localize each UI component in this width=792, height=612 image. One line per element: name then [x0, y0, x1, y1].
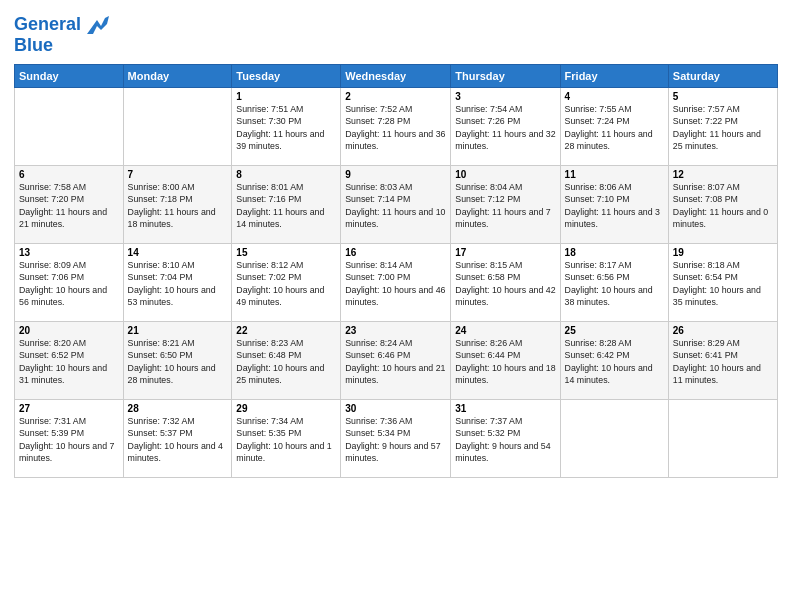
- day-info: Sunrise: 8:23 AMSunset: 6:48 PMDaylight:…: [236, 337, 336, 386]
- day-cell: 19Sunrise: 8:18 AMSunset: 6:54 PMDayligh…: [668, 244, 777, 322]
- day-info: Sunrise: 7:57 AMSunset: 7:22 PMDaylight:…: [673, 103, 773, 152]
- day-cell: 30Sunrise: 7:36 AMSunset: 5:34 PMDayligh…: [341, 400, 451, 478]
- day-number: 12: [673, 169, 773, 180]
- day-info: Sunrise: 8:06 AMSunset: 7:10 PMDaylight:…: [565, 181, 664, 230]
- day-cell: 28Sunrise: 7:32 AMSunset: 5:37 PMDayligh…: [123, 400, 232, 478]
- header: General Blue: [14, 10, 778, 56]
- day-cell: 16Sunrise: 8:14 AMSunset: 7:00 PMDayligh…: [341, 244, 451, 322]
- day-cell: 26Sunrise: 8:29 AMSunset: 6:41 PMDayligh…: [668, 322, 777, 400]
- weekday-saturday: Saturday: [668, 65, 777, 88]
- day-number: 26: [673, 325, 773, 336]
- day-number: 18: [565, 247, 664, 258]
- day-number: 5: [673, 91, 773, 102]
- day-info: Sunrise: 7:52 AMSunset: 7:28 PMDaylight:…: [345, 103, 446, 152]
- day-info: Sunrise: 7:31 AMSunset: 5:39 PMDaylight:…: [19, 415, 119, 464]
- day-cell: 13Sunrise: 8:09 AMSunset: 7:06 PMDayligh…: [15, 244, 124, 322]
- day-number: 10: [455, 169, 555, 180]
- day-info: Sunrise: 8:29 AMSunset: 6:41 PMDaylight:…: [673, 337, 773, 386]
- day-number: 31: [455, 403, 555, 414]
- day-number: 11: [565, 169, 664, 180]
- day-info: Sunrise: 8:09 AMSunset: 7:06 PMDaylight:…: [19, 259, 119, 308]
- day-info: Sunrise: 8:01 AMSunset: 7:16 PMDaylight:…: [236, 181, 336, 230]
- day-cell: 24Sunrise: 8:26 AMSunset: 6:44 PMDayligh…: [451, 322, 560, 400]
- day-cell: 21Sunrise: 8:21 AMSunset: 6:50 PMDayligh…: [123, 322, 232, 400]
- day-number: 27: [19, 403, 119, 414]
- day-cell: 4Sunrise: 7:55 AMSunset: 7:24 PMDaylight…: [560, 88, 668, 166]
- week-row-2: 13Sunrise: 8:09 AMSunset: 7:06 PMDayligh…: [15, 244, 778, 322]
- day-info: Sunrise: 8:26 AMSunset: 6:44 PMDaylight:…: [455, 337, 555, 386]
- day-number: 13: [19, 247, 119, 258]
- logo-text: General: [14, 14, 109, 36]
- day-cell: [15, 88, 124, 166]
- logo: General Blue: [14, 14, 109, 56]
- day-cell: 25Sunrise: 8:28 AMSunset: 6:42 PMDayligh…: [560, 322, 668, 400]
- day-number: 21: [128, 325, 228, 336]
- page: General Blue SundayMondayTuesdayWednesda…: [0, 0, 792, 612]
- week-row-1: 6Sunrise: 7:58 AMSunset: 7:20 PMDaylight…: [15, 166, 778, 244]
- day-cell: 31Sunrise: 7:37 AMSunset: 5:32 PMDayligh…: [451, 400, 560, 478]
- day-number: 15: [236, 247, 336, 258]
- day-cell: 12Sunrise: 8:07 AMSunset: 7:08 PMDayligh…: [668, 166, 777, 244]
- day-number: 29: [236, 403, 336, 414]
- weekday-wednesday: Wednesday: [341, 65, 451, 88]
- day-cell: 5Sunrise: 7:57 AMSunset: 7:22 PMDaylight…: [668, 88, 777, 166]
- day-number: 9: [345, 169, 446, 180]
- day-cell: 7Sunrise: 8:00 AMSunset: 7:18 PMDaylight…: [123, 166, 232, 244]
- day-cell: 23Sunrise: 8:24 AMSunset: 6:46 PMDayligh…: [341, 322, 451, 400]
- day-cell: 10Sunrise: 8:04 AMSunset: 7:12 PMDayligh…: [451, 166, 560, 244]
- day-info: Sunrise: 8:21 AMSunset: 6:50 PMDaylight:…: [128, 337, 228, 386]
- day-cell: 20Sunrise: 8:20 AMSunset: 6:52 PMDayligh…: [15, 322, 124, 400]
- day-number: 20: [19, 325, 119, 336]
- day-cell: 11Sunrise: 8:06 AMSunset: 7:10 PMDayligh…: [560, 166, 668, 244]
- day-number: 24: [455, 325, 555, 336]
- day-number: 8: [236, 169, 336, 180]
- day-info: Sunrise: 7:55 AMSunset: 7:24 PMDaylight:…: [565, 103, 664, 152]
- day-cell: 8Sunrise: 8:01 AMSunset: 7:16 PMDaylight…: [232, 166, 341, 244]
- day-number: 6: [19, 169, 119, 180]
- week-row-4: 27Sunrise: 7:31 AMSunset: 5:39 PMDayligh…: [15, 400, 778, 478]
- day-number: 17: [455, 247, 555, 258]
- weekday-friday: Friday: [560, 65, 668, 88]
- day-cell: 9Sunrise: 8:03 AMSunset: 7:14 PMDaylight…: [341, 166, 451, 244]
- day-info: Sunrise: 8:14 AMSunset: 7:00 PMDaylight:…: [345, 259, 446, 308]
- day-cell: 2Sunrise: 7:52 AMSunset: 7:28 PMDaylight…: [341, 88, 451, 166]
- week-row-0: 1Sunrise: 7:51 AMSunset: 7:30 PMDaylight…: [15, 88, 778, 166]
- day-number: 22: [236, 325, 336, 336]
- day-cell: [668, 400, 777, 478]
- day-number: 14: [128, 247, 228, 258]
- day-info: Sunrise: 8:18 AMSunset: 6:54 PMDaylight:…: [673, 259, 773, 308]
- weekday-thursday: Thursday: [451, 65, 560, 88]
- day-info: Sunrise: 8:15 AMSunset: 6:58 PMDaylight:…: [455, 259, 555, 308]
- day-cell: 15Sunrise: 8:12 AMSunset: 7:02 PMDayligh…: [232, 244, 341, 322]
- day-info: Sunrise: 7:51 AMSunset: 7:30 PMDaylight:…: [236, 103, 336, 152]
- logo-blue: Blue: [14, 36, 109, 56]
- day-number: 7: [128, 169, 228, 180]
- weekday-header-row: SundayMondayTuesdayWednesdayThursdayFrid…: [15, 65, 778, 88]
- day-info: Sunrise: 7:54 AMSunset: 7:26 PMDaylight:…: [455, 103, 555, 152]
- day-cell: 3Sunrise: 7:54 AMSunset: 7:26 PMDaylight…: [451, 88, 560, 166]
- day-number: 3: [455, 91, 555, 102]
- day-info: Sunrise: 7:32 AMSunset: 5:37 PMDaylight:…: [128, 415, 228, 464]
- day-info: Sunrise: 8:20 AMSunset: 6:52 PMDaylight:…: [19, 337, 119, 386]
- day-cell: 17Sunrise: 8:15 AMSunset: 6:58 PMDayligh…: [451, 244, 560, 322]
- day-number: 1: [236, 91, 336, 102]
- day-number: 23: [345, 325, 446, 336]
- week-row-3: 20Sunrise: 8:20 AMSunset: 6:52 PMDayligh…: [15, 322, 778, 400]
- day-number: 19: [673, 247, 773, 258]
- weekday-monday: Monday: [123, 65, 232, 88]
- logo-bird-icon: [87, 14, 109, 36]
- day-cell: 18Sunrise: 8:17 AMSunset: 6:56 PMDayligh…: [560, 244, 668, 322]
- weekday-tuesday: Tuesday: [232, 65, 341, 88]
- svg-marker-0: [87, 16, 109, 34]
- day-info: Sunrise: 8:28 AMSunset: 6:42 PMDaylight:…: [565, 337, 664, 386]
- day-info: Sunrise: 7:58 AMSunset: 7:20 PMDaylight:…: [19, 181, 119, 230]
- day-cell: [560, 400, 668, 478]
- day-cell: 27Sunrise: 7:31 AMSunset: 5:39 PMDayligh…: [15, 400, 124, 478]
- day-info: Sunrise: 8:10 AMSunset: 7:04 PMDaylight:…: [128, 259, 228, 308]
- day-info: Sunrise: 7:36 AMSunset: 5:34 PMDaylight:…: [345, 415, 446, 464]
- day-number: 25: [565, 325, 664, 336]
- day-number: 28: [128, 403, 228, 414]
- day-number: 2: [345, 91, 446, 102]
- day-info: Sunrise: 8:24 AMSunset: 6:46 PMDaylight:…: [345, 337, 446, 386]
- day-cell: [123, 88, 232, 166]
